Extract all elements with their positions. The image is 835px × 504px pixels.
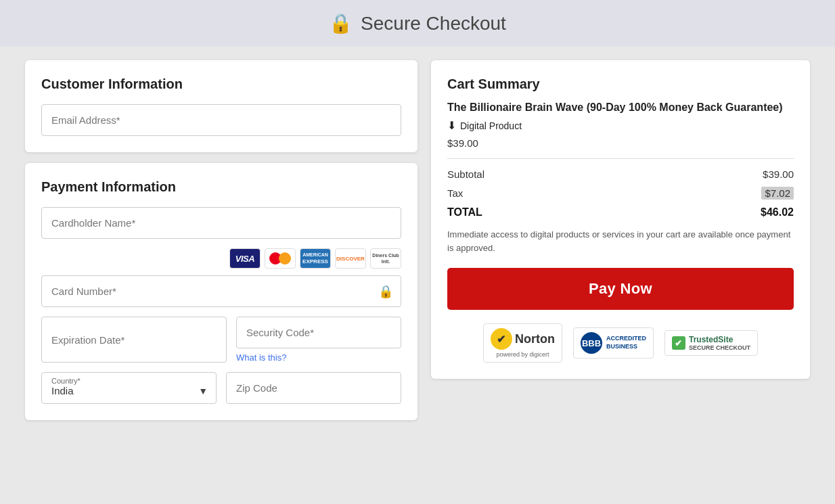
total-value: $46.02 [761,206,794,219]
zip-code-input[interactable] [226,372,401,404]
trusted-site-label: TrustedSite [689,335,750,344]
diners-icon: Diners Club Intl. [370,248,401,269]
right-panel: Cart Summary The Billionaire Brain Wave … [431,60,810,420]
discover-icon: DISCOVER [335,248,366,269]
trusted-check-icon: ✔ [672,336,685,350]
norton-sub: powered by digicert [496,351,549,358]
expiration-input[interactable] [41,317,227,363]
tax-label: Tax [447,187,463,199]
product-price: $39.00 [447,137,794,149]
access-note: Immediate access to digital products or … [447,228,794,254]
visa-icon: VISA [229,248,261,269]
amex-icon: AMERICAN EXPRESS [300,248,331,269]
digital-product-row: ⬇ Digital Product [447,119,794,132]
trusted-site-badge: ✔ TrustedSite SECURE CHECKOUT [664,330,758,356]
lock-icon: 🔒 [329,12,353,35]
card-number-input[interactable] [41,275,401,307]
country-zip-row: Country* India United States United King… [41,372,401,404]
bbb-accredited: ACCREDITED [606,335,646,343]
tax-row: Tax $7.02 [447,187,794,200]
cardholder-name-input[interactable] [41,207,401,239]
trusted-inner: ✔ TrustedSite SECURE CHECKOUT [672,335,750,351]
cart-title: Cart Summary [447,76,794,92]
mastercard-icon [265,248,296,269]
bbb-text: ACCREDITED BUSINESS [606,335,646,350]
email-input[interactable] [41,104,401,136]
subtotal-value: $39.00 [763,168,794,180]
download-icon: ⬇ [447,119,456,132]
pay-now-button[interactable]: Pay Now [447,268,794,310]
page-title: Secure Checkout [361,13,506,35]
cart-divider [447,158,794,159]
country-label: Country* [51,377,206,385]
bbb-badge: BBB ACCREDITED BUSINESS [573,327,654,359]
country-select-group: Country* India United States United King… [41,372,217,404]
bbb-business: BUSINESS [606,343,646,351]
payment-info-title: Payment Information [41,179,401,195]
digital-product-label: Digital Product [460,120,522,131]
product-name: The Billionaire Brain Wave (90-Day 100% … [447,101,794,114]
norton-check-icon: ✔ [491,328,512,350]
card-lock-icon: 🔒 [378,284,393,299]
left-panel: Customer Information Payment Information… [25,60,418,420]
subtotal-row: Subtotal $39.00 [447,168,794,180]
norton-logo: ✔ Norton [491,328,555,350]
country-select[interactable]: India United States United Kingdom Austr… [51,385,206,396]
expiry-security-row: What is this? [41,317,401,363]
page-header: 🔒 Secure Checkout [0,0,835,47]
total-label: TOTAL [447,206,482,219]
norton-text: Norton [515,332,555,346]
total-row: TOTAL $46.02 [447,206,794,219]
customer-info-card: Customer Information [25,60,418,152]
main-content: Customer Information Payment Information… [12,47,823,434]
card-number-row: 🔒 [41,275,401,307]
payment-info-card: Payment Information VISA AMERICAN EXPRES… [25,163,418,420]
card-icons-row: VISA AMERICAN EXPRESS DISCOVER Diners Cl… [41,248,401,269]
cart-summary-card: Cart Summary The Billionaire Brain Wave … [431,60,810,379]
trusted-text: TrustedSite SECURE CHECKOUT [689,335,750,351]
trusted-sub-label: SECURE CHECKOUT [689,344,750,351]
norton-badge: ✔ Norton powered by digicert [483,323,562,363]
what-is-this-link[interactable]: What is this? [236,352,401,363]
customer-info-title: Customer Information [41,76,401,92]
bbb-inner: BBB ACCREDITED BUSINESS [581,332,646,354]
security-code-input[interactable] [236,317,401,348]
trust-badges: ✔ Norton powered by digicert BBB ACCREDI… [447,323,794,363]
bbb-seal-icon: BBB [581,332,602,354]
subtotal-label: Subtotal [447,168,484,180]
tax-value: $7.02 [761,187,794,200]
